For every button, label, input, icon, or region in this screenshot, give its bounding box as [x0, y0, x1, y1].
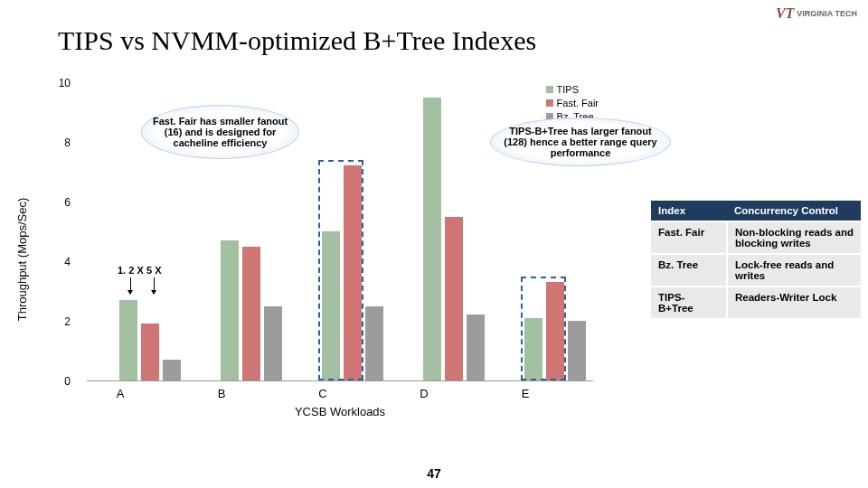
bar-ff	[445, 217, 463, 381]
page-number: 47	[427, 466, 441, 481]
callout-fastfair: Fast. Fair has smaller fanout (16) and i…	[141, 105, 299, 159]
bar-ff	[242, 247, 260, 381]
bar-tips	[322, 231, 340, 380]
vt-mark-icon: VT	[776, 5, 794, 22]
y-tick: 8	[64, 136, 71, 149]
bar-tips	[119, 300, 137, 380]
cell: TIPS-B+Tree	[651, 286, 727, 318]
cell: Non-blocking reads and blocking writes	[727, 221, 861, 254]
cell: Lock-free reads and writes	[727, 254, 861, 286]
y-axis-label: Throughput (Mops/Sec)	[15, 198, 29, 322]
annotation-speedup-1: 1. 2 X	[118, 265, 144, 294]
table-head-index: Index	[651, 201, 727, 221]
y-tick: 6	[64, 196, 71, 209]
y-tick: 2	[64, 315, 71, 328]
bar-ff	[344, 165, 362, 380]
vt-logo: VT VIRGINIA TECH	[776, 5, 857, 22]
bar-tips	[423, 98, 441, 381]
x-tick-label: E	[485, 387, 566, 400]
table-row: Bz. Tree Lock-free reads and writes	[651, 254, 861, 286]
bar-bz	[467, 314, 485, 380]
bar-tips	[221, 240, 239, 380]
bar-ff	[141, 324, 159, 380]
x-axis-label: YCSB Workloads	[87, 405, 593, 418]
table-row: Fast. Fair Non-blocking reads and blocki…	[651, 221, 861, 254]
table-head-cc: Concurrency Control	[727, 201, 861, 221]
y-tick: 10	[59, 77, 71, 89]
bar-bz	[264, 306, 282, 381]
x-tick-label: C	[282, 387, 363, 400]
vt-logo-text: VIRGINIA TECH	[797, 9, 857, 18]
y-tick: 0	[64, 375, 71, 388]
x-tick-label: D	[383, 387, 465, 400]
bar-bz	[568, 321, 586, 380]
callout-tipsbtree: TIPS-B+Tree has larger fanout (128) henc…	[490, 117, 671, 166]
bar-bz	[365, 306, 383, 381]
cell: Bz. Tree	[651, 254, 727, 286]
bar-ff	[546, 282, 564, 380]
bar-bz	[163, 360, 181, 380]
concurrency-table: Index Concurrency Control Fast. Fair Non…	[651, 201, 861, 318]
cell: Fast. Fair	[651, 221, 727, 254]
cell: Readers-Writer Lock	[727, 286, 861, 318]
x-tick-label: A	[80, 387, 161, 400]
slide-title: TIPS vs NVMM-optimized B+Tree Indexes	[58, 25, 536, 56]
y-tick: 4	[64, 256, 71, 268]
annotation-speedup-2: 5 X	[146, 265, 162, 294]
table-row: TIPS-B+Tree Readers-Writer Lock	[651, 286, 861, 318]
bar-tips	[524, 318, 542, 380]
x-tick-label: B	[181, 387, 262, 400]
